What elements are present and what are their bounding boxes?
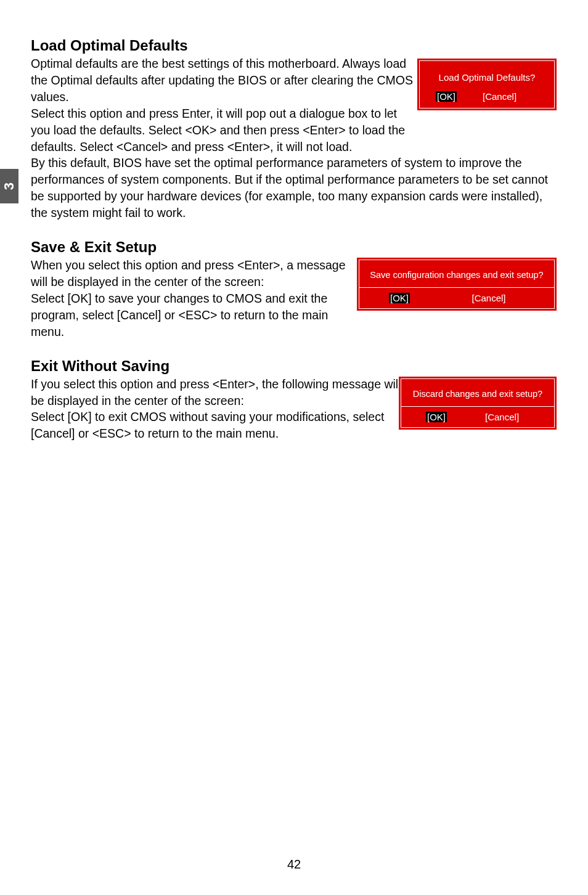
chapter-number: 3 [1,182,17,190]
ok-button[interactable]: [OK] [389,293,410,303]
dialog-buttons: [OK] [Cancel] [420,91,554,108]
dialog-message: Load Optimal Defaults? [420,61,554,91]
ok-button[interactable]: [OK] [426,412,447,422]
section-save-and-exit: Save & Exit Setup When you select this o… [31,239,557,340]
paragraph: If you select this option and press <Ent… [31,376,412,409]
dialog-inner: Save configuration changes and exit setu… [359,260,555,309]
chapter-tab: 3 [0,169,18,203]
dialog-discard-exit: Discard changes and exit setup? [OK] [Ca… [398,376,557,430]
heading-load-optimal-defaults: Load Optimal Defaults [31,37,557,54]
dialog-message: Discard changes and exit setup? [401,379,554,406]
paragraph: Select this option and press Enter, it w… [31,105,415,155]
section-exit-without-saving: Exit Without Saving If you select this o… [31,358,557,443]
ok-button[interactable]: [OK] [436,91,457,102]
heading-save-and-exit: Save & Exit Setup [31,239,557,256]
dialog-inner: Load Optimal Defaults? [OK] [Cancel] [419,60,555,108]
dialog-save-exit: Save configuration changes and exit setu… [356,257,557,311]
dialog-buttons: [OK] [Cancel] [401,406,554,427]
page-number: 42 [0,857,588,872]
paragraph: When you select this option and press <E… [31,257,349,290]
page-content: Load Optimal Defaults Optimal defaults a… [31,37,557,442]
dialog-message: Save configuration changes and exit setu… [359,260,554,287]
paragraph: Select [OK] to exit CMOS without saving … [31,409,412,442]
paragraph: By this default, BIOS have set the optim… [31,155,557,221]
dialog-load-optimal-defaults: Load Optimal Defaults? [OK] [Cancel] [417,58,557,111]
dialog-inner: Discard changes and exit setup? [OK] [Ca… [401,378,555,428]
paragraph: Select [OK] to save your changes to CMOS… [31,290,349,340]
section-load-optimal-defaults: Load Optimal Defaults Optimal defaults a… [31,37,557,221]
cancel-button[interactable]: [Cancel] [472,293,505,303]
dialog-buttons: [OK] [Cancel] [359,287,554,308]
paragraph: Optimal defaults are the best settings o… [31,55,415,105]
heading-exit-without-saving: Exit Without Saving [31,358,557,375]
cancel-button[interactable]: [Cancel] [483,91,517,102]
cancel-button[interactable]: [Cancel] [485,412,519,422]
